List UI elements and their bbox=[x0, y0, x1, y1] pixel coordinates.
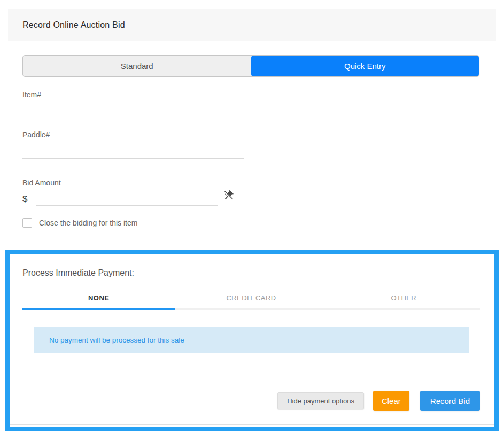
currency-symbol: $ bbox=[22, 194, 27, 205]
payment-heading: Process Immediate Payment: bbox=[22, 268, 134, 278]
close-bidding-row: Close the bidding for this item bbox=[22, 218, 137, 228]
standard-tab-button[interactable]: Standard bbox=[23, 56, 251, 76]
bid-amount-input[interactable] bbox=[36, 191, 218, 206]
tab-none[interactable]: NONE bbox=[22, 288, 175, 310]
page-title: Record Online Auction Bid bbox=[22, 20, 125, 30]
item-number-input[interactable] bbox=[22, 104, 244, 120]
record-bid-dialog: Record Online Auction Bid Standard Quick… bbox=[0, 0, 504, 435]
paddle-number-input[interactable] bbox=[22, 143, 244, 159]
tab-credit-card[interactable]: CREDIT CARD bbox=[175, 288, 327, 310]
payment-top-divider bbox=[22, 257, 480, 257]
quick-entry-tab-button[interactable]: Quick Entry bbox=[251, 56, 479, 76]
hide-payment-options-button[interactable]: Hide payment options bbox=[277, 392, 364, 409]
bid-amount-label: Bid Amount bbox=[22, 178, 61, 187]
dialog-header: Record Online Auction Bid bbox=[8, 9, 496, 41]
payment-bottom-divider bbox=[10, 424, 494, 425]
payment-section-inner: Process Immediate Payment: NONE CREDIT C… bbox=[10, 254, 494, 427]
item-number-label: Item# bbox=[22, 90, 41, 99]
pin-off-icon[interactable] bbox=[222, 190, 234, 201]
clear-button[interactable]: Clear bbox=[373, 391, 409, 411]
paddle-number-label: Paddle# bbox=[22, 130, 50, 139]
record-bid-button[interactable]: Record Bid bbox=[420, 391, 480, 411]
payment-tabs: NONE CREDIT CARD OTHER bbox=[22, 288, 480, 310]
no-payment-info-text: No payment will be processed for this sa… bbox=[49, 336, 184, 344]
close-bidding-checkbox[interactable] bbox=[22, 218, 32, 228]
entry-mode-toggle: Standard Quick Entry bbox=[22, 55, 479, 77]
no-payment-info-banner: No payment will be processed for this sa… bbox=[34, 327, 469, 353]
tab-other[interactable]: OTHER bbox=[328, 288, 480, 310]
action-buttons-row: Hide payment options Clear Record Bid bbox=[277, 391, 480, 411]
payment-section: Process Immediate Payment: NONE CREDIT C… bbox=[5, 250, 499, 431]
close-bidding-label: Close the bidding for this item bbox=[39, 219, 137, 227]
